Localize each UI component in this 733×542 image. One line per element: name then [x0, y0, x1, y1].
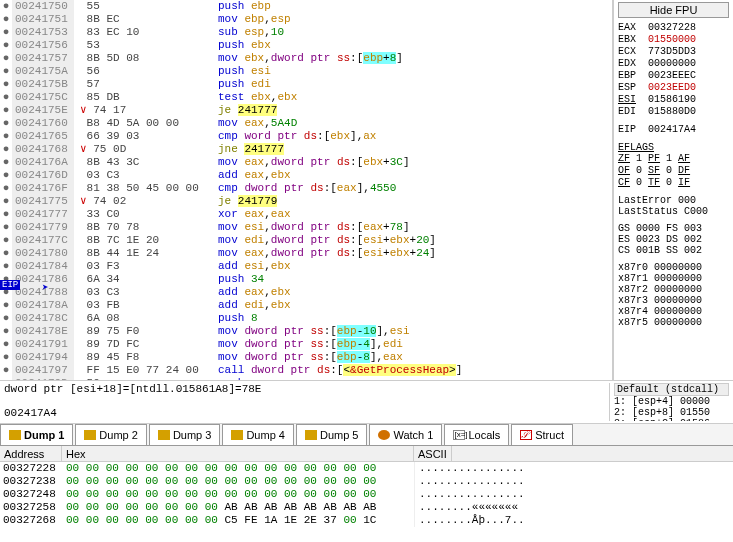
- lasterror: LastError 000: [618, 195, 729, 206]
- x87-row: x87r2 00000000: [618, 284, 729, 295]
- locals-icon: [x=]: [453, 430, 465, 440]
- disasm-row[interactable]: ●0024175B 57push edi: [0, 78, 612, 91]
- register-row[interactable]: EDI015880D0: [618, 106, 729, 118]
- segment-row: GS 0000 FS 003: [618, 223, 729, 234]
- disasm-row[interactable]: ●00241784 03 F3add esi,ebx: [0, 260, 612, 273]
- dump-tabs: Dump 1Dump 2Dump 3Dump 4Dump 5Watch 1[x=…: [0, 424, 733, 446]
- stack-row[interactable]: 2: [esp+8] 01550: [614, 407, 729, 418]
- dump-row[interactable]: 0032724800 00 00 00 00 00 00 00 00 00 00…: [0, 488, 733, 501]
- eip-arrow: ➤: [42, 281, 49, 294]
- tab-label: Dump 1: [24, 429, 64, 441]
- disasm-row[interactable]: ●00241768∨ 75 0Djne 241777: [0, 143, 612, 156]
- register-row[interactable]: ECX773D5DD3: [618, 46, 729, 58]
- disasm-row[interactable]: ●00241786 6A 34push 34: [0, 273, 612, 286]
- tab-dump-5[interactable]: Dump 5: [296, 424, 368, 445]
- current-address: 002417A4: [4, 407, 609, 419]
- disasm-row[interactable]: ●00241779 8B 70 78mov esi,dword ptr ds:[…: [0, 221, 612, 234]
- stack-row[interactable]: 3: [esp+C] 01586: [614, 418, 729, 421]
- disasm-row[interactable]: ●00241775∨ 74 02je 241779: [0, 195, 612, 208]
- disasm-row[interactable]: ●0024177C 8B 7C 1E 20mov edi,dword ptr d…: [0, 234, 612, 247]
- disasm-row[interactable]: ●0024175A 56push esi: [0, 65, 612, 78]
- tab-label: Dump 3: [173, 429, 212, 441]
- disasm-row[interactable]: ●00241753 83 EC 10sub esp,10: [0, 26, 612, 39]
- watch-icon: [378, 430, 390, 440]
- struct-icon: 𝒮: [520, 430, 532, 440]
- stack-row[interactable]: 1: [esp+4] 00000: [614, 396, 729, 407]
- x87-row: x87r3 00000000: [618, 295, 729, 306]
- dump-icon: [84, 430, 96, 440]
- tab-label: Watch 1: [393, 429, 433, 441]
- dump-panel[interactable]: Address Hex ASCII 0032722800 00 00 00 00…: [0, 446, 733, 542]
- disasm-row[interactable]: ●00241780 8B 44 1E 24mov eax,dword ptr d…: [0, 247, 612, 260]
- register-row[interactable]: EDX00000000: [618, 58, 729, 70]
- flag-row: CF 0 TF 0 IF: [618, 177, 729, 189]
- tab-dump-3[interactable]: Dump 3: [149, 424, 221, 445]
- operand-info: dword ptr [esi+18]=[ntdll.015861A8]=78E: [4, 383, 609, 395]
- dump-icon: [305, 430, 317, 440]
- tab-dump-4[interactable]: Dump 4: [222, 424, 294, 445]
- tab-label: Struct: [535, 429, 564, 441]
- dump-row[interactable]: 0032723800 00 00 00 00 00 00 00 00 00 00…: [0, 475, 733, 488]
- disassembly-panel[interactable]: EIP ➤ ●00241750 55push ebp●00241751 8B E…: [0, 0, 613, 380]
- disasm-row[interactable]: ●00241757 8B 5D 08mov ebx,dword ptr ss:[…: [0, 52, 612, 65]
- calling-convention[interactable]: Default (stdcall): [614, 383, 729, 396]
- dump-row[interactable]: 0032722800 00 00 00 00 00 00 00 00 00 00…: [0, 462, 733, 475]
- segment-row: CS 001B SS 002: [618, 245, 729, 256]
- x87-row: x87r0 00000000: [618, 262, 729, 273]
- eip-label: EIP: [618, 124, 642, 136]
- dump-row[interactable]: 0032726800 00 00 00 00 00 00 00 C5 FE 1A…: [0, 514, 733, 527]
- tab-dump-1[interactable]: Dump 1: [0, 424, 73, 445]
- disasm-row[interactable]: ●0024175E∨ 74 17je 241777: [0, 104, 612, 117]
- tab-dump-2[interactable]: Dump 2: [75, 424, 147, 445]
- disasm-row[interactable]: ●00241751 8B ECmov ebp,esp: [0, 13, 612, 26]
- disasm-row[interactable]: ●00241788 03 C3add eax,ebx: [0, 286, 612, 299]
- dump-header-ascii[interactable]: ASCII: [414, 446, 452, 461]
- disasm-row[interactable]: ●00241797 FF 15 E0 77 24 00call dword pt…: [0, 364, 612, 377]
- tab-locals[interactable]: [x=]Locals: [444, 424, 509, 445]
- disasm-row[interactable]: ●0024175C 85 DBtest ebx,ebx: [0, 91, 612, 104]
- tab-label: Dump 4: [246, 429, 285, 441]
- tab-label: Dump 2: [99, 429, 138, 441]
- register-row[interactable]: ESI01586190: [618, 94, 729, 106]
- register-row[interactable]: EBX01550000: [618, 34, 729, 46]
- hide-fpu-button[interactable]: Hide FPU: [618, 2, 729, 18]
- flag-row: ZF 1 PF 1 AF: [618, 153, 729, 165]
- register-row[interactable]: ESP0023EED0: [618, 82, 729, 94]
- segment-row: ES 0023 DS 002: [618, 234, 729, 245]
- disasm-row[interactable]: ●00241760 B8 4D 5A 00 00mov eax,5A4D: [0, 117, 612, 130]
- disasm-row[interactable]: ●00241756 53push ebx: [0, 39, 612, 52]
- dump-row[interactable]: 0032725800 00 00 00 00 00 00 00 AB AB AB…: [0, 501, 733, 514]
- tab-watch-1[interactable]: Watch 1: [369, 424, 442, 445]
- disasm-row[interactable]: ●0024176F 81 38 50 45 00 00cmp dword ptr…: [0, 182, 612, 195]
- dump-icon: [158, 430, 170, 440]
- dump-icon: [231, 430, 243, 440]
- register-row[interactable]: EBP0023EEEC: [618, 70, 729, 82]
- dump-header-hex[interactable]: Hex: [62, 446, 414, 461]
- x87-row: x87r4 00000000: [618, 306, 729, 317]
- laststatus: LastStatus C000: [618, 206, 729, 217]
- tab-struct[interactable]: 𝒮Struct: [511, 424, 573, 445]
- x87-row: x87r5 00000000: [618, 317, 729, 328]
- eflags-label: EFLAGS: [618, 142, 729, 153]
- disasm-row[interactable]: ●00241777 33 C0xor eax,eax: [0, 208, 612, 221]
- eip-marker: EIP: [0, 280, 20, 290]
- disasm-row[interactable]: ●00241794 89 45 F8mov dword ptr ss:[ebp-…: [0, 351, 612, 364]
- disasm-row[interactable]: ●0024176A 8B 43 3Cmov eax,dword ptr ds:[…: [0, 156, 612, 169]
- register-row[interactable]: EAX00327228: [618, 22, 729, 34]
- disasm-row[interactable]: ●00241765 66 39 03cmp word ptr ds:[ebx],…: [0, 130, 612, 143]
- x87-row: x87r1 00000000: [618, 273, 729, 284]
- disasm-row[interactable]: ●0024178E 89 75 F0mov dword ptr ss:[ebp-…: [0, 325, 612, 338]
- disasm-row[interactable]: ●00241791 89 7D FCmov dword ptr ss:[ebp-…: [0, 338, 612, 351]
- disasm-row[interactable]: ●00241750 55push ebp: [0, 0, 612, 13]
- dump-header-address[interactable]: Address: [0, 446, 62, 461]
- dump-icon: [9, 430, 21, 440]
- registers-panel[interactable]: Hide FPU EAX00327228EBX01550000ECX773D5D…: [613, 0, 733, 380]
- disasm-row[interactable]: ●0024178C 6A 08push 8: [0, 312, 612, 325]
- tab-label: Dump 5: [320, 429, 359, 441]
- disasm-row[interactable]: ●0024176D 03 C3add eax,ebx: [0, 169, 612, 182]
- flag-row: OF 0 SF 0 DF: [618, 165, 729, 177]
- eip-value: 002417A4: [648, 124, 696, 136]
- tab-label: Locals: [468, 429, 500, 441]
- disasm-row[interactable]: ●0024178A 03 FBadd edi,ebx: [0, 299, 612, 312]
